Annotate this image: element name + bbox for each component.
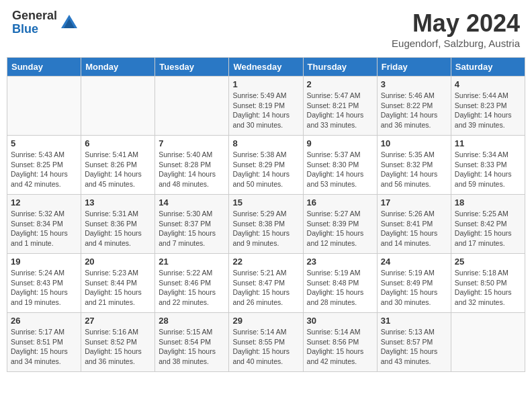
- calendar-cell: [451, 313, 525, 372]
- day-number: 10: [381, 138, 447, 148]
- calendar-cell: 16Sunrise: 5:27 AM Sunset: 8:39 PM Dayli…: [303, 195, 377, 254]
- day-number: 2: [307, 79, 373, 89]
- calendar-cell: 27Sunrise: 5:16 AM Sunset: 8:52 PM Dayli…: [81, 313, 155, 372]
- calendar-cell: [155, 77, 229, 136]
- day-info: Sunrise: 5:24 AM Sunset: 8:43 PM Dayligh…: [11, 268, 77, 308]
- calendar-cell: 22Sunrise: 5:21 AM Sunset: 8:47 PM Dayli…: [229, 254, 303, 313]
- logo: General Blue: [12, 9, 79, 36]
- calendar-cell: 28Sunrise: 5:15 AM Sunset: 8:54 PM Dayli…: [155, 313, 229, 372]
- day-info: Sunrise: 5:32 AM Sunset: 8:34 PM Dayligh…: [11, 209, 77, 248]
- calendar-cell: 17Sunrise: 5:26 AM Sunset: 8:41 PM Dayli…: [377, 195, 451, 254]
- day-number: 11: [455, 138, 521, 148]
- day-number: 20: [85, 257, 151, 267]
- calendar-header-row: SundayMondayTuesdayWednesdayThursdayFrid…: [7, 58, 525, 77]
- calendar-week-row: 26Sunrise: 5:17 AM Sunset: 8:51 PM Dayli…: [7, 313, 525, 372]
- day-info: Sunrise: 5:13 AM Sunset: 8:57 PM Dayligh…: [381, 327, 447, 367]
- calendar-week-row: 12Sunrise: 5:32 AM Sunset: 8:34 PM Dayli…: [7, 195, 525, 254]
- day-number: 27: [85, 316, 151, 326]
- day-info: Sunrise: 5:46 AM Sunset: 8:22 PM Dayligh…: [381, 91, 447, 130]
- day-number: 21: [159, 257, 225, 267]
- day-number: 4: [455, 79, 521, 89]
- day-number: 7: [159, 138, 225, 148]
- day-info: Sunrise: 5:19 AM Sunset: 8:49 PM Dayligh…: [381, 268, 447, 308]
- day-number: 8: [232, 138, 299, 148]
- day-info: Sunrise: 5:23 AM Sunset: 8:44 PM Dayligh…: [85, 268, 151, 308]
- day-info: Sunrise: 5:26 AM Sunset: 8:41 PM Dayligh…: [381, 209, 447, 248]
- day-number: 26: [11, 316, 77, 326]
- calendar-header-monday: Monday: [81, 58, 155, 77]
- day-number: 19: [11, 257, 77, 267]
- day-info: Sunrise: 5:47 AM Sunset: 8:21 PM Dayligh…: [307, 91, 373, 130]
- day-info: Sunrise: 5:44 AM Sunset: 8:23 PM Dayligh…: [455, 91, 521, 130]
- day-number: 30: [307, 316, 373, 326]
- day-info: Sunrise: 5:14 AM Sunset: 8:55 PM Dayligh…: [232, 327, 299, 367]
- day-number: 24: [381, 257, 447, 267]
- calendar-cell: 14Sunrise: 5:30 AM Sunset: 8:37 PM Dayli…: [155, 195, 229, 254]
- day-number: 9: [307, 138, 373, 148]
- day-info: Sunrise: 5:41 AM Sunset: 8:26 PM Dayligh…: [85, 150, 151, 189]
- location: Eugendorf, Salzburg, Austria: [392, 38, 520, 49]
- month-year: May 2024: [392, 9, 520, 38]
- day-number: 25: [455, 257, 521, 267]
- calendar-cell: 13Sunrise: 5:31 AM Sunset: 8:36 PM Dayli…: [81, 195, 155, 254]
- day-number: 14: [159, 197, 225, 208]
- calendar-header-sunday: Sunday: [7, 58, 81, 77]
- calendar-cell: 5Sunrise: 5:43 AM Sunset: 8:25 PM Daylig…: [7, 136, 81, 195]
- day-info: Sunrise: 5:18 AM Sunset: 8:50 PM Dayligh…: [455, 268, 521, 308]
- day-info: Sunrise: 5:17 AM Sunset: 8:51 PM Dayligh…: [11, 327, 77, 367]
- day-number: 13: [85, 197, 151, 208]
- calendar-week-row: 1Sunrise: 5:49 AM Sunset: 8:19 PM Daylig…: [7, 77, 525, 136]
- calendar-cell: 1Sunrise: 5:49 AM Sunset: 8:19 PM Daylig…: [229, 77, 303, 136]
- calendar-cell: 29Sunrise: 5:14 AM Sunset: 8:55 PM Dayli…: [229, 313, 303, 372]
- calendar-cell: 18Sunrise: 5:25 AM Sunset: 8:42 PM Dayli…: [451, 195, 525, 254]
- day-info: Sunrise: 5:22 AM Sunset: 8:46 PM Dayligh…: [159, 268, 225, 308]
- calendar-week-row: 19Sunrise: 5:24 AM Sunset: 8:43 PM Dayli…: [7, 254, 525, 313]
- day-number: 3: [381, 79, 447, 89]
- title-block: May 2024 Eugendorf, Salzburg, Austria: [392, 9, 520, 49]
- calendar-cell: 15Sunrise: 5:29 AM Sunset: 8:38 PM Dayli…: [229, 195, 303, 254]
- calendar-cell: 26Sunrise: 5:17 AM Sunset: 8:51 PM Dayli…: [7, 313, 81, 372]
- calendar-cell: 2Sunrise: 5:47 AM Sunset: 8:21 PM Daylig…: [303, 77, 377, 136]
- day-number: 15: [232, 197, 299, 208]
- calendar-cell: 23Sunrise: 5:19 AM Sunset: 8:48 PM Dayli…: [303, 254, 377, 313]
- calendar-cell: 11Sunrise: 5:34 AM Sunset: 8:33 PM Dayli…: [451, 136, 525, 195]
- calendar-header-friday: Friday: [377, 58, 451, 77]
- calendar-cell: 8Sunrise: 5:38 AM Sunset: 8:29 PM Daylig…: [229, 136, 303, 195]
- calendar-cell: 7Sunrise: 5:40 AM Sunset: 8:28 PM Daylig…: [155, 136, 229, 195]
- page-header: General Blue May 2024 Eugendorf, Salzbur…: [7, 7, 525, 52]
- day-info: Sunrise: 5:38 AM Sunset: 8:29 PM Dayligh…: [232, 150, 299, 189]
- day-number: 23: [307, 257, 373, 267]
- day-info: Sunrise: 5:34 AM Sunset: 8:33 PM Dayligh…: [455, 150, 521, 189]
- day-info: Sunrise: 5:21 AM Sunset: 8:47 PM Dayligh…: [232, 268, 299, 308]
- day-number: 31: [381, 316, 447, 326]
- logo-blue: Blue: [12, 23, 57, 36]
- day-info: Sunrise: 5:40 AM Sunset: 8:28 PM Dayligh…: [159, 150, 225, 189]
- day-number: 16: [307, 197, 373, 208]
- calendar-cell: 25Sunrise: 5:18 AM Sunset: 8:50 PM Dayli…: [451, 254, 525, 313]
- calendar-header-wednesday: Wednesday: [229, 58, 303, 77]
- day-info: Sunrise: 5:25 AM Sunset: 8:42 PM Dayligh…: [455, 209, 521, 248]
- day-info: Sunrise: 5:49 AM Sunset: 8:19 PM Dayligh…: [232, 91, 299, 130]
- calendar-table: SundayMondayTuesdayWednesdayThursdayFrid…: [7, 57, 525, 372]
- calendar-cell: 20Sunrise: 5:23 AM Sunset: 8:44 PM Dayli…: [81, 254, 155, 313]
- calendar-cell: 3Sunrise: 5:46 AM Sunset: 8:22 PM Daylig…: [377, 77, 451, 136]
- calendar-week-row: 5Sunrise: 5:43 AM Sunset: 8:25 PM Daylig…: [7, 136, 525, 195]
- calendar-cell: 21Sunrise: 5:22 AM Sunset: 8:46 PM Dayli…: [155, 254, 229, 313]
- day-info: Sunrise: 5:29 AM Sunset: 8:38 PM Dayligh…: [232, 209, 299, 248]
- calendar-cell: [7, 77, 81, 136]
- logo-icon: [60, 13, 79, 32]
- day-number: 5: [11, 138, 77, 148]
- calendar-cell: 31Sunrise: 5:13 AM Sunset: 8:57 PM Dayli…: [377, 313, 451, 372]
- day-info: Sunrise: 5:15 AM Sunset: 8:54 PM Dayligh…: [159, 327, 225, 367]
- calendar-cell: 6Sunrise: 5:41 AM Sunset: 8:26 PM Daylig…: [81, 136, 155, 195]
- calendar-header-saturday: Saturday: [451, 58, 525, 77]
- day-info: Sunrise: 5:43 AM Sunset: 8:25 PM Dayligh…: [11, 150, 77, 189]
- day-number: 22: [232, 257, 299, 267]
- day-info: Sunrise: 5:37 AM Sunset: 8:30 PM Dayligh…: [307, 150, 373, 189]
- calendar-cell: 12Sunrise: 5:32 AM Sunset: 8:34 PM Dayli…: [7, 195, 81, 254]
- day-number: 12: [11, 197, 77, 208]
- day-number: 28: [159, 316, 225, 326]
- calendar-cell: 4Sunrise: 5:44 AM Sunset: 8:23 PM Daylig…: [451, 77, 525, 136]
- day-info: Sunrise: 5:16 AM Sunset: 8:52 PM Dayligh…: [85, 327, 151, 367]
- calendar-cell: 10Sunrise: 5:35 AM Sunset: 8:32 PM Dayli…: [377, 136, 451, 195]
